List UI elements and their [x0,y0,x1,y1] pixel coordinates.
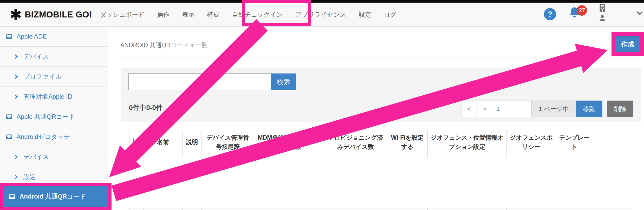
search-section: 検索 [121,69,641,96]
column-header-mdm-max-devices: MDM登録可能な最大デバイス数 [254,130,324,154]
breadcrumb: ANDROID 共通QRコード » 一覧 [120,41,207,49]
sidebar-item-android-zero-touch[interactable]: Androidゼロタッチ [0,127,108,147]
qr-code-table: 名前 説明 デバイス管理番号接尾辞 MDM登録可能な最大デバイス数 プロビジョニ… [129,130,633,158]
sidebar-item-label: デバイス [23,52,49,61]
chevron-right-icon [14,94,19,99]
pagination: < > 1 ページ中 移動 削除 [461,101,633,117]
sidebar-item-label: Apple ADE [17,33,47,40]
table-section: 名前 説明 デバイス管理番号接尾辞 MDM登録可能な最大デバイス数 プロビジョニ… [121,122,641,210]
main-content: ANDROID 共通QRコード » 一覧 作成 検索 0件中0-0件 < > 1… [108,27,644,210]
nav-item-settings[interactable]: 設定 [359,10,371,19]
chevron-right-icon [14,174,19,180]
sidebar-item-label: デバイス [23,153,49,161]
tray-icon [6,113,12,120]
select-all-checkbox[interactable] [133,138,140,145]
column-header-geofence-policy: ジオフェンスポリシー [507,130,556,154]
column-header-description: 説明 [183,130,202,154]
chevron-down-icon[interactable] [635,9,644,17]
tray-icon [9,193,15,200]
column-header-actions [593,130,633,154]
column-header-provisioned-devices: プロビジョニング済みデバイス数 [324,130,387,154]
tray-icon [6,33,12,40]
header-divider [120,58,641,58]
organization-building-icon[interactable] [598,3,607,13]
sidebar-item-label: Android 共通QRコード [19,192,86,201]
sidebar-item-apple-ade[interactable]: Apple ADE [0,27,108,47]
app-logo[interactable]: ✱ BIZMOBILE GO! [10,8,92,22]
table-header-row: 名前 説明 デバイス管理番号接尾辞 MDM登録可能な最大デバイス数 プロビジョニ… [129,130,633,154]
annotation-box-android-common-qr: Android 共通QRコード [0,183,112,210]
column-header-select [129,130,144,154]
chevron-right-icon [14,54,19,59]
move-button[interactable]: 移動 [576,101,602,117]
page-number-input[interactable] [492,101,532,117]
sidebar-item-label: Androidゼロタッチ [17,133,70,141]
nav-item-view[interactable]: 表示 [182,10,194,19]
chevron-right-icon [14,154,19,159]
sidebar-item-profiles[interactable]: プロファイル [0,67,108,87]
sidebar-item-android-common-qr[interactable]: Android 共通QRコード [3,186,108,207]
nav-item-log[interactable]: ログ [384,10,396,19]
help-icon[interactable]: ? [544,8,556,20]
sidebar-item-apple-common-qr[interactable]: Apple 共通QRコード [0,107,108,127]
user-profile-icon[interactable] [598,14,607,22]
column-header-template: テンプレート [556,130,593,154]
notification-count-badge: 27 [577,5,587,16]
sidebar-item-label: プロファイル [23,72,62,81]
page-next-button[interactable]: > [477,101,492,117]
nav-item-configuration[interactable]: 構成 [207,10,219,19]
sidebar-item-managed-apple-id[interactable]: 管理対象Apple ID [0,87,108,107]
column-header-geofence-location-option: ジオフェンス・位置情報オプション設定 [428,130,507,154]
table-footer-row-cutoff [129,208,633,210]
sidebar-item-devices-android[interactable]: デバイス [0,147,108,167]
column-header-device-number-suffix: デバイス管理番号接尾辞 [202,130,254,154]
nav-item-dashboard[interactable]: ダッシュボード [100,10,145,19]
page-prev-button[interactable]: < [461,101,477,117]
tray-icon [6,133,12,140]
list-panel: 検索 0件中0-0件 < > 1 ページ中 移動 削除 [121,69,641,210]
search-input[interactable] [128,73,271,90]
top-navigation: ダッシュボード 操作 表示 構成 自動チェックイン アプリライセンス 設定 ログ [100,10,396,19]
nav-item-app-license[interactable]: アプリライセンス [295,10,346,19]
sidebar-item-devices-apple[interactable]: デバイス [0,47,108,67]
result-count: 0件中0-0件 [129,103,163,112]
list-toolbar: 0件中0-0件 < > 1 ページ中 移動 削除 [121,96,641,122]
sidebar-item-label: 管理対象Apple ID [23,92,72,101]
table-empty-row [129,154,633,158]
sidebar: Apple ADE デバイス プロファイル 管理対象Apple ID Apple… [0,27,108,210]
logo-asterisk-icon: ✱ [10,8,22,22]
chevron-right-icon [14,74,19,79]
window-top-strip [0,0,644,3]
column-header-wifi-setting: Wi-Fiを設定する [387,130,428,154]
nav-item-operations[interactable]: 操作 [157,10,170,19]
sidebar-item-label: Apple 共通QRコード [17,113,75,121]
annotation-box-create: 作成 [612,32,644,56]
nav-item-auto-checkin[interactable]: 自動チェックイン [232,10,283,19]
sidebar-item-label: 設定 [23,173,36,181]
delete-button[interactable]: 削除 [607,101,633,117]
page-total-label: 1 ページ中 [531,101,576,117]
create-button[interactable]: 作成 [615,36,640,52]
column-header-name: 名前 [144,130,183,154]
topbar: ✱ BIZMOBILE GO! ダッシュボード 操作 表示 構成 自動チェックイ… [0,3,644,27]
search-button[interactable]: 検索 [271,73,296,90]
logo-text: BIZMOBILE GO! [25,10,92,20]
